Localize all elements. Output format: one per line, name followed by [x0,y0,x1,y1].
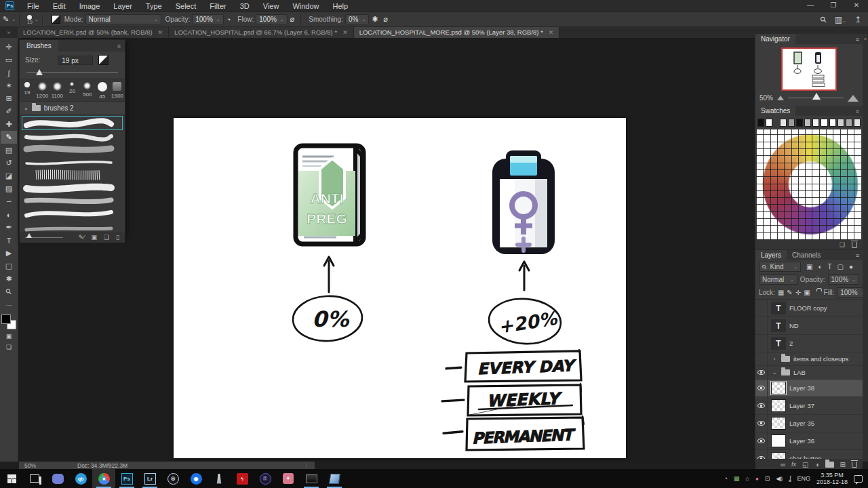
group-row[interactable]: ⌄ LAB [755,366,863,380]
taskbar-chrome[interactable] [92,469,115,488]
menu-view[interactable]: View [256,0,286,12]
layer-row[interactable]: T 2 [755,335,863,352]
swatch[interactable] [821,119,827,127]
menu-edit[interactable]: Edit [46,0,73,12]
close-button[interactable]: ✕ [845,0,868,12]
lasso-tool[interactable]: ʃ [1,66,17,79]
tray-sync-icon[interactable]: ◔ [724,475,728,482]
brush-stroke-item[interactable] [22,194,122,207]
menu-3d[interactable]: 3D [233,0,256,12]
tray-display-icon[interactable]: ⊡ [765,475,770,482]
zoom-in-icon[interactable] [848,95,859,102]
visibility-toggle[interactable] [755,366,768,379]
visibility-toggle[interactable] [755,380,768,396]
brush-tool[interactable]: ✎ [1,131,17,144]
marquee-tool[interactable]: ▭ [1,54,17,66]
swatches-panel-tab[interactable]: Swatches [755,106,795,116]
taskbar-console[interactable] [300,469,323,488]
zoom-out-icon[interactable] [777,96,784,100]
brush-stroke-item[interactable] [22,207,122,220]
tray-network-icon[interactable]: ⌂ [746,475,749,482]
type-tool[interactable]: T [1,234,17,247]
brush-size-input[interactable]: 19 px [58,56,93,65]
layer-row[interactable]: · Layer 37 [755,397,863,415]
volume-icon[interactable]: ◀⦆ [776,475,783,483]
gradient-tool[interactable]: ▨ [1,182,17,195]
brush-preset[interactable]: 1200 [35,79,50,101]
visibility-toggle[interactable] [755,317,768,334]
swatch[interactable] [804,119,811,127]
visibility-toggle[interactable] [755,450,768,459]
tab-location-erik[interactable]: LOCATION_ERIK.psd @ 50% (bank, RGB/8)✕ [18,27,169,38]
menu-help[interactable]: Help [326,0,355,12]
swatch[interactable] [796,119,803,127]
screen-mode-button[interactable]: ❏ [1,342,17,352]
foreground-color-swatch[interactable] [1,314,11,324]
layer-row[interactable]: Layer 36 [755,432,863,450]
tray-pink-icon[interactable]: ● [755,476,759,482]
brush-stroke-item[interactable] [22,155,122,168]
menu-type[interactable]: Type [139,0,169,12]
pressure-opacity-icon[interactable]: ◔ [224,16,234,24]
minimize-button[interactable]: — [799,0,822,12]
menu-filter[interactable]: Filter [203,0,233,12]
slider-thumb[interactable] [36,69,43,75]
panel-menu-icon[interactable]: ≡ [856,252,859,259]
new-brush-icon[interactable]: ❏ [104,234,109,241]
adjustment-layer-icon[interactable]: ◑ [815,461,819,468]
lock-transparency-icon[interactable]: ▦ [778,289,784,296]
brush-stroke-item[interactable] [22,168,122,181]
channels-panel-tab[interactable]: Channels [787,250,826,260]
move-tool[interactable]: ✛ [1,41,17,54]
swatch[interactable] [812,119,819,127]
menu-image[interactable]: Image [73,0,107,12]
crop-tool[interactable]: ⊞ [1,92,17,105]
brush-group-row[interactable]: ⌄ brushes 2 [20,102,125,115]
pressure-size-icon[interactable]: ⌀ [380,15,391,24]
menu-layer[interactable]: Layer [106,0,139,12]
layer-row[interactable]: T ND [755,317,863,335]
clock[interactable]: 3:35 PM 2018-12-18 [816,472,848,485]
eraser-tool[interactable]: ◪ [1,169,17,182]
brush-preset[interactable]: 19 [20,79,35,101]
layers-panel-tab[interactable]: Layers [755,250,787,260]
layer-filter-kind-select[interactable]: ⚲ Kind⌄ [759,262,801,272]
brush-preset[interactable]: 500 [80,79,95,101]
navigator-zoom-value[interactable]: 50% [760,94,773,102]
smoothing-input[interactable]: 0%⌄ [345,14,369,24]
history-brush-tool[interactable]: ↺ [1,157,17,169]
taskbar-flux[interactable]: ϟ [231,469,254,488]
tray-pen-icon[interactable]: ʆ [789,475,791,482]
taskbar-notes[interactable] [323,469,346,488]
new-swatch-icon[interactable]: ❏ [840,241,845,248]
visibility-toggle[interactable] [755,335,768,352]
brush-stroke-item[interactable] [22,181,122,194]
navigator-preview[interactable] [755,44,863,94]
panel-menu-icon[interactable]: ≡ [856,36,859,43]
layer-row-selected[interactable]: ⌐ Layer 38 [755,380,863,397]
trash-icon[interactable] [852,242,857,248]
brush-stroke-item[interactable] [22,117,122,129]
brush-preset[interactable]: 1100 [50,79,64,101]
swatch[interactable] [829,119,836,127]
share-icon[interactable]: ↥ [854,15,861,24]
delete-brush-icon[interactable]: ▯ [116,234,119,241]
brush-preset-picker[interactable]: 19 [27,15,33,24]
navigator-zoom-slider[interactable] [788,98,844,98]
brush-size-slider[interactable] [26,69,118,76]
tab-location-hospital-more[interactable]: LOCATION_HOSPITAL_MORE.psd @ 50% (Layer … [354,27,560,38]
menu-window[interactable]: Window [285,0,326,12]
dodge-tool[interactable]: ◐ [1,208,17,221]
taskbar-pink-app[interactable]: ✦ [277,469,300,488]
panel-menu-icon[interactable]: ≡ [117,43,121,49]
chevron-down-icon[interactable]: ⌄ [771,369,778,375]
swatch[interactable] [766,119,772,127]
layer-row[interactable]: ⁱ Layer 35 [755,415,863,432]
visibility-toggle[interactable] [755,415,768,432]
taskbar-obs[interactable]: ◎ [161,469,184,488]
visibility-toggle[interactable] [755,352,768,365]
search-icon[interactable]: ⚲ [818,14,829,24]
clone-stamp-tool[interactable]: ▤ [1,144,17,157]
swatch[interactable] [788,119,795,127]
path-selection-tool[interactable]: ▶ [1,247,17,260]
